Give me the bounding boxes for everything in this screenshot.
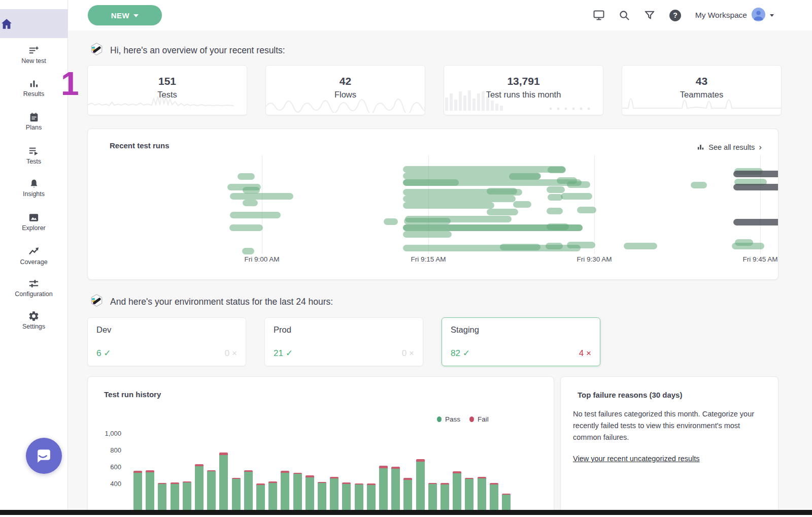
- sidebar-item-label: Plans: [0, 124, 67, 131]
- history-bar: [416, 459, 425, 517]
- test-run-bar[interactable]: [548, 167, 566, 173]
- y-axis-tick: 800: [98, 446, 121, 454]
- sidebar-item-plans[interactable]: Plans: [0, 112, 67, 131]
- test-run-bar[interactable]: [547, 186, 565, 193]
- sidebar-item-new-test[interactable]: New test: [0, 45, 67, 64]
- test-run-bar[interactable]: [229, 224, 263, 231]
- gantt-gridline: [594, 155, 595, 254]
- y-axis-tick: 400: [98, 480, 121, 488]
- environment-name: Prod: [274, 325, 291, 335]
- test-run-bar[interactable]: [500, 244, 540, 250]
- top-failure-reasons-panel: Top failure reasons (30 days) No test fa…: [560, 376, 779, 517]
- see-all-results-link[interactable]: See all results ›: [697, 143, 762, 151]
- bottom-margin: [0, 515, 812, 517]
- svg-text:?: ?: [673, 11, 678, 19]
- test-run-bar[interactable]: [238, 173, 255, 180]
- environment-card-prod[interactable]: Prod21 ✓0 ×: [264, 317, 423, 366]
- chevron-down-icon: [133, 14, 139, 17]
- chat-launcher-button[interactable]: [26, 438, 62, 474]
- test-run-bar[interactable]: [403, 231, 452, 238]
- test-run-bar[interactable]: [405, 216, 512, 222]
- sidebar-item-label: Tests: [0, 158, 67, 165]
- failures-title: Top failure reasons (30 days): [578, 391, 682, 399]
- stat-card-tests[interactable]: 151Tests: [87, 65, 247, 115]
- chevron-right-icon: ›: [759, 143, 762, 151]
- workspace-label: My Workspace: [695, 11, 747, 20]
- test-run-bar[interactable]: [487, 209, 518, 215]
- environment-card-dev[interactable]: Dev6 ✓0 ×: [87, 317, 246, 366]
- legend-fail: Fail: [469, 415, 489, 423]
- screen-icon[interactable]: [593, 9, 605, 21]
- test-run-bar[interactable]: [733, 171, 779, 177]
- test-run-bar[interactable]: [243, 200, 258, 206]
- sidebar: New testResultsPlansTestsInsightsExplore…: [0, 0, 68, 517]
- test-run-bar[interactable]: [732, 243, 764, 249]
- test-run-bar[interactable]: [242, 248, 254, 254]
- stat-value: 43: [622, 75, 781, 87]
- test-run-bar[interactable]: [733, 219, 779, 225]
- new-button[interactable]: NEW: [88, 5, 162, 25]
- test-run-bar[interactable]: [691, 182, 707, 188]
- sidebar-item-results[interactable]: Results: [0, 78, 67, 98]
- test-run-bar[interactable]: [384, 218, 398, 225]
- test-run-bar[interactable]: [513, 201, 531, 208]
- test-run-bar[interactable]: [403, 196, 516, 202]
- new-test-icon: [28, 46, 40, 54]
- stat-label: Teammates: [622, 90, 781, 100]
- stat-card-flows[interactable]: 42Flows: [265, 65, 425, 115]
- sidebar-item-configuration[interactable]: Configuration: [0, 278, 67, 298]
- dashboard-root: NEW ? My Workspace New testRes: [0, 0, 812, 517]
- explorer-icon: [28, 213, 40, 221]
- test-run-bar[interactable]: [547, 223, 569, 230]
- workspace-menu[interactable]: My Workspace: [695, 8, 774, 23]
- chevron-down-icon: [770, 14, 774, 17]
- legend-pass: Pass: [437, 415, 460, 423]
- filter-icon[interactable]: [644, 10, 655, 21]
- app-logo-icon: [90, 42, 104, 58]
- test-run-bar[interactable]: [230, 212, 281, 218]
- test-run-history-panel: Test run history Pass Fail 1,00080060040…: [87, 376, 554, 517]
- test-run-bar[interactable]: [561, 193, 592, 200]
- overview-greeting-text: Hi, here's an overview of your recent re…: [110, 45, 285, 56]
- sidebar-item-label: Results: [0, 90, 67, 98]
- recent-test-runs-panel: Recent test runs See all results › Fri 9…: [87, 128, 779, 280]
- test-run-bar[interactable]: [487, 188, 517, 195]
- help-icon[interactable]: ?: [669, 9, 682, 22]
- uncategorized-results-link[interactable]: View your recent uncategorized results: [573, 455, 700, 463]
- environment-name: Dev: [96, 325, 111, 335]
- test-run-bar[interactable]: [577, 207, 596, 213]
- sidebar-item-home[interactable]: [0, 9, 67, 38]
- test-run-bar[interactable]: [230, 193, 293, 200]
- test-run-bar[interactable]: [624, 243, 657, 249]
- overview-greeting-row: Hi, here's an overview of your recent re…: [90, 42, 285, 58]
- sidebar-item-label: Settings: [0, 323, 67, 330]
- sidebar-item-settings[interactable]: Settings: [0, 310, 67, 330]
- see-all-results-label: See all results: [708, 143, 755, 151]
- environment-card-staging[interactable]: Staging82 ✓4 ×: [442, 317, 600, 366]
- fail-count: 4 ×: [579, 348, 591, 359]
- sidebar-item-label: Coverage: [0, 258, 67, 266]
- sidebar-item-insights[interactable]: Insights: [0, 178, 67, 198]
- test-run-bar[interactable]: [403, 202, 494, 209]
- sidebar-item-coverage[interactable]: Coverage: [0, 245, 67, 266]
- stat-card-teammates[interactable]: 43Teammates: [622, 65, 782, 115]
- test-run-bar[interactable]: [733, 184, 779, 190]
- history-title: Test run history: [104, 390, 161, 399]
- gantt-axis-label: Fri 9:45 AM: [730, 255, 779, 263]
- check-icon: ✓: [286, 348, 293, 358]
- test-run-bar[interactable]: [547, 208, 563, 214]
- test-run-bar[interactable]: [546, 243, 563, 249]
- test-run-bar[interactable]: [567, 181, 590, 188]
- search-icon[interactable]: [619, 10, 630, 21]
- test-run-bar[interactable]: [403, 166, 565, 173]
- new-button-label: NEW: [111, 11, 130, 20]
- stat-card-test-runs-this-month[interactable]: 13,791Test runs this month: [444, 65, 603, 115]
- tests-icon: [28, 146, 40, 155]
- stat-value: 151: [88, 75, 247, 87]
- sidebar-item-tests[interactable]: Tests: [0, 145, 67, 165]
- check-icon: ✓: [104, 348, 111, 358]
- recent-runs-title: Recent test runs: [110, 141, 170, 150]
- test-run-bar[interactable]: [403, 179, 459, 186]
- test-run-bar[interactable]: [567, 242, 595, 248]
- sidebar-item-explorer[interactable]: Explorer: [0, 212, 67, 232]
